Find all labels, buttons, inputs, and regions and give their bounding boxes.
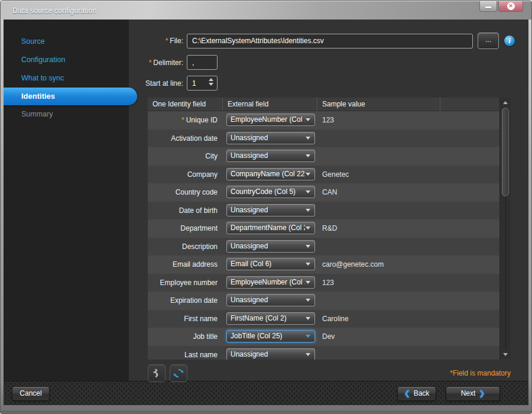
field-label: First name — [184, 315, 218, 323]
external-field-dropdown[interactable]: Unassigned — [226, 132, 315, 144]
table-scrollbar[interactable] — [499, 98, 511, 359]
table-row: Job title JobTitle (Col 25) Dev — [148, 328, 499, 346]
dropdown-value: Unassigned — [231, 132, 268, 144]
caption-buttons: ✕ — [479, 1, 523, 12]
table-row: Employee number EmployeeNumber (Col 18) … — [148, 274, 499, 292]
refresh-button[interactable] — [170, 364, 187, 382]
clear-mappings-button[interactable] — [148, 364, 166, 382]
chevron-down-icon — [306, 245, 310, 248]
external-field-dropdown[interactable]: Unassigned — [226, 348, 315, 360]
title-bar: Data source configuration ✕ — [1, 1, 531, 20]
scrollbar-thumb[interactable] — [502, 108, 509, 196]
sidebar-item-what-to-sync[interactable]: What to sync — [4, 69, 129, 88]
field-mapping-table: One Identity field External field Sample… — [148, 98, 511, 360]
table-row: Email address Email (Col 6) caro@genetec… — [148, 255, 499, 274]
external-field-dropdown[interactable]: FirstName (Col 2) — [226, 312, 315, 325]
external-field-dropdown[interactable]: CompanyName (Col 22) — [226, 168, 315, 180]
chevron-down-icon — [306, 227, 310, 229]
table-rows: *Unique ID EmployeeNumber (Col 18) 123 A… — [148, 111, 499, 360]
wizard-sidebar: Source Configuration What to sync Identi… — [4, 20, 129, 381]
browse-button[interactable]: ... — [478, 33, 499, 49]
scroll-down-button[interactable] — [500, 350, 511, 359]
chevron-down-icon — [306, 281, 310, 284]
column-header-sample-value: Sample value — [317, 98, 440, 111]
chevron-down-icon — [306, 263, 310, 266]
dropdown-value: DepartmentName (Col 23) — [231, 222, 305, 234]
chevron-down-icon — [306, 299, 310, 302]
sample-value: CAN — [322, 188, 337, 196]
table-row: Country code CountryCode (Col 5) CAN — [148, 183, 499, 202]
external-field-dropdown[interactable]: Unassigned — [226, 294, 315, 306]
minimize-button[interactable] — [479, 1, 497, 12]
table-row: City Unassigned — [148, 147, 499, 166]
mandatory-asterisk: * — [166, 37, 168, 45]
window-frame-bottom — [1, 411, 531, 412]
external-field-dropdown[interactable]: Unassigned — [226, 240, 315, 253]
table-row: *Unique ID EmployeeNumber (Col 18) 123 — [148, 111, 499, 130]
chevron-right-icon: ❯ — [479, 389, 485, 397]
external-field-dropdown[interactable]: Unassigned — [226, 150, 315, 162]
table-header: One Identity field External field Sample… — [148, 98, 499, 111]
external-field-dropdown[interactable]: DepartmentName (Col 23) — [226, 222, 315, 234]
sidebar-item-source[interactable]: Source — [4, 33, 129, 51]
cancel-button[interactable]: Cancel — [12, 386, 50, 401]
field-label: Last name — [184, 351, 218, 359]
start-at-line-stepper[interactable] — [209, 78, 213, 86]
sidebar-item-summary: Summary — [4, 105, 129, 124]
spinner-down-icon — [209, 83, 213, 86]
back-button[interactable]: ❮ Back — [397, 386, 436, 401]
close-button[interactable]: ✕ — [498, 1, 523, 12]
external-field-dropdown[interactable]: CountryCode (Col 5) — [226, 186, 315, 198]
minimize-icon — [485, 7, 491, 8]
clear-icon — [151, 367, 163, 379]
chevron-down-icon — [306, 353, 310, 356]
sidebar-item-identities[interactable]: Identities — [4, 88, 137, 105]
scroll-down-icon — [503, 353, 508, 356]
info-icon[interactable]: i — [504, 35, 515, 46]
scroll-up-button[interactable] — [500, 98, 511, 107]
dropdown-value: Unassigned — [231, 241, 268, 252]
dropdown-value: FirstName (Col 2) — [231, 313, 287, 324]
external-field-dropdown[interactable]: EmployeeNumber (Col 18) — [226, 276, 315, 289]
dialog-footer: Cancel ❮ Back Next ❯ — [4, 381, 528, 405]
external-field-dropdown[interactable]: EmployeeNumber (Col 18) — [226, 114, 315, 126]
chevron-down-icon — [306, 209, 310, 212]
file-label: *File: — [129, 37, 187, 45]
mandatory-asterisk: * — [181, 116, 184, 124]
dropdown-value: Unassigned — [231, 349, 268, 360]
table-row: First name FirstName (Col 2) Caroline — [148, 310, 499, 328]
start-at-line-row: Start at line: — [129, 76, 528, 90]
chevron-down-icon — [306, 118, 310, 121]
sample-value: Genetec — [322, 170, 349, 179]
file-path-input[interactable] — [187, 34, 473, 48]
external-field-dropdown[interactable]: JobTitle (Col 25) — [226, 330, 315, 342]
external-field-dropdown[interactable]: Email (Col 6) — [226, 258, 315, 270]
chevron-down-icon — [306, 173, 310, 176]
field-label: Description — [182, 242, 218, 251]
dropdown-value: Unassigned — [231, 295, 268, 306]
sample-value: Dev — [322, 332, 335, 341]
table-row: Last name Unassigned — [148, 346, 499, 360]
delimiter-input[interactable] — [187, 55, 218, 70]
field-label: City — [205, 152, 218, 160]
refresh-icon — [173, 367, 184, 379]
chevron-down-icon — [306, 317, 310, 320]
sample-value: 123 — [322, 279, 334, 287]
next-button[interactable]: Next ❯ — [446, 386, 500, 401]
chevron-left-icon: ❮ — [404, 389, 410, 397]
sample-value: R&D — [322, 224, 337, 232]
scroll-up-icon — [503, 101, 508, 104]
sample-value: 123 — [322, 116, 334, 124]
external-field-dropdown[interactable]: Unassigned — [226, 204, 315, 216]
field-label: Date of birth — [179, 206, 218, 215]
window-title: Data source configuration — [12, 7, 96, 15]
mandatory-note: *Field is mandatory — [450, 369, 511, 377]
delimiter-label: *Delimiter: — [129, 59, 187, 67]
field-label: Activation date — [171, 134, 218, 143]
table-row: Company CompanyName (Col 22) Genetec — [148, 166, 499, 184]
sidebar-item-configuration[interactable]: Configuration — [4, 51, 129, 69]
table-row: Description Unassigned — [148, 238, 499, 256]
field-label: Email address — [173, 260, 218, 269]
sample-value: caro@genetec.com — [322, 260, 384, 269]
close-icon: ✕ — [507, 2, 515, 10]
